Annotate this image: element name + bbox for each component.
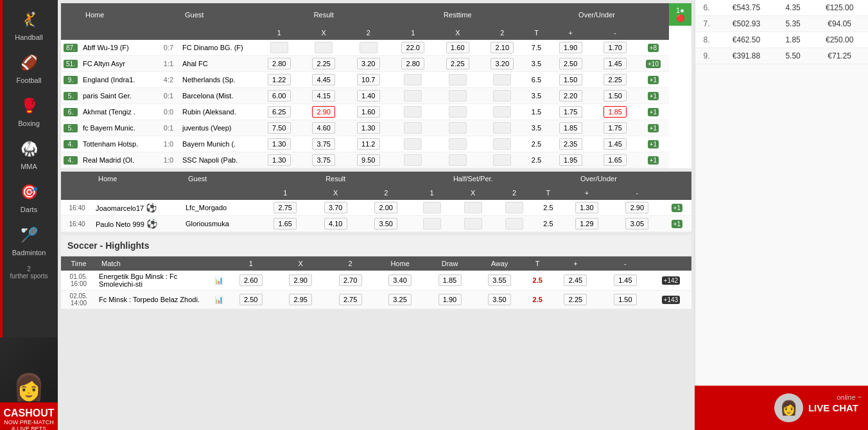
sidebar-item-mma[interactable]: 🥋 MMA: [0, 132, 58, 175]
hl-odds-1[interactable]: 2.60: [239, 274, 263, 286]
rt-1[interactable]: [391, 104, 436, 120]
odds-1[interactable]: 1.65: [273, 218, 297, 229]
over-plus[interactable]: 1.85: [548, 120, 593, 136]
hl-odds-x[interactable]: 2.95: [289, 294, 312, 305]
rt-1[interactable]: [391, 88, 436, 104]
odds-2[interactable]: [346, 40, 391, 56]
over-plus[interactable]: 2.35: [548, 136, 593, 152]
rt-x[interactable]: 2.25: [435, 56, 480, 72]
over-plus[interactable]: 2.20: [548, 88, 593, 104]
hl-away[interactable]: 3.55: [488, 274, 511, 286]
hl-plus[interactable]: 2.25: [564, 294, 587, 305]
more-bets-badge[interactable]: +8: [648, 44, 659, 52]
sidebar-item-football[interactable]: 🏈 Football: [0, 46, 58, 89]
more-bets-badge[interactable]: +10: [646, 60, 661, 68]
odds-2[interactable]: 1.60: [346, 104, 391, 120]
over-plus[interactable]: 1.90: [548, 40, 593, 56]
odds-2[interactable]: 3.20: [346, 56, 391, 72]
ht-1[interactable]: [423, 202, 441, 213]
rt-2[interactable]: [480, 104, 525, 120]
hl-minus[interactable]: 1.45: [614, 274, 637, 286]
over-plus[interactable]: 1.50: [548, 72, 593, 88]
over-plus[interactable]: 2.50: [548, 56, 593, 72]
sidebar-item-darts[interactable]: 🎯 Darts: [0, 175, 58, 219]
more-bets-badge[interactable]: +1: [648, 124, 659, 132]
rt-x[interactable]: 1.60: [435, 40, 480, 56]
odds-x[interactable]: 3.75: [302, 152, 347, 168]
odds-x[interactable]: 2.25: [302, 56, 347, 72]
hl-away[interactable]: 3.50: [488, 294, 511, 305]
over-plus[interactable]: 1.95: [548, 152, 593, 168]
rt-1[interactable]: [391, 152, 436, 168]
odds-1[interactable]: 6.25: [257, 104, 302, 120]
over-plus[interactable]: 1.75: [548, 104, 593, 120]
odds-2[interactable]: 1.40: [346, 88, 391, 104]
odds-x[interactable]: 2.90: [302, 104, 347, 120]
more-bets-badge[interactable]: +1: [648, 108, 659, 116]
odds-2[interactable]: 2.00: [374, 202, 397, 213]
over-minus[interactable]: 1.45: [593, 56, 638, 72]
rt-1[interactable]: 22.0: [391, 40, 436, 56]
more-bets-badge[interactable]: +1: [672, 220, 682, 228]
rt-x[interactable]: [435, 72, 480, 88]
rt-2[interactable]: [480, 136, 525, 152]
cashout-button[interactable]: CASHOUT NOW PRE-MATCH & LIVE BETS: [0, 402, 58, 430]
odds-1[interactable]: 2.75: [273, 202, 297, 213]
odds-2[interactable]: 10.7: [346, 72, 391, 88]
ht-2[interactable]: [505, 218, 523, 229]
live-chat-bar[interactable]: 👩 LIVE CHAT: [695, 386, 868, 430]
over-minus[interactable]: 1.75: [593, 120, 638, 136]
hl-draw[interactable]: 1.90: [438, 294, 462, 305]
over-minus[interactable]: 1.70: [593, 40, 638, 56]
hl-home[interactable]: 3.40: [388, 274, 412, 286]
ht-x[interactable]: [464, 218, 482, 229]
odds-x[interactable]: [302, 40, 347, 56]
rt-1[interactable]: [391, 72, 436, 88]
over-plus[interactable]: 1.30: [575, 202, 598, 213]
odds-2[interactable]: 1.30: [346, 120, 391, 136]
odds-x[interactable]: 4.15: [302, 88, 347, 104]
rt-x[interactable]: [435, 136, 480, 152]
odds-2[interactable]: 11.2: [346, 136, 391, 152]
more-bets-badge[interactable]: +1: [648, 156, 659, 165]
hl-odds-x[interactable]: 2.90: [289, 274, 312, 286]
rt-x[interactable]: [435, 88, 480, 104]
sidebar-item-badminton[interactable]: 🏸 Badminton: [0, 219, 58, 262]
rt-x[interactable]: [435, 104, 480, 120]
over-minus[interactable]: 2.90: [625, 202, 648, 213]
odds-x[interactable]: 4.60: [302, 120, 347, 136]
rt-2[interactable]: 2.10: [480, 40, 525, 56]
sidebar-item-boxing[interactable]: 🥊 Boxing: [0, 89, 58, 132]
odds-1[interactable]: 1.30: [257, 136, 302, 152]
hl-more-badge[interactable]: +143: [662, 296, 681, 304]
hl-odds-2[interactable]: 2.70: [339, 274, 362, 286]
rt-2[interactable]: [480, 120, 525, 136]
odds-1[interactable]: 1.22: [257, 72, 302, 88]
more-bets-badge[interactable]: +1: [648, 92, 659, 100]
odds-1[interactable]: 2.80: [257, 56, 302, 72]
rt-1[interactable]: 2.80: [391, 56, 436, 72]
rt-2[interactable]: [480, 72, 525, 88]
hl-odds-2[interactable]: 2.75: [339, 294, 362, 305]
rt-1[interactable]: [391, 120, 436, 136]
odds-x[interactable]: 4.45: [302, 72, 347, 88]
odds-2[interactable]: 9.50: [346, 152, 391, 168]
odds-x[interactable]: 4.10: [324, 218, 347, 229]
more-bets-badge[interactable]: +1: [648, 140, 659, 148]
odds-x[interactable]: 3.75: [302, 136, 347, 152]
hl-plus[interactable]: 2.45: [564, 274, 587, 286]
more-bets-badge[interactable]: +1: [672, 204, 682, 212]
rt-x[interactable]: [435, 152, 480, 168]
hl-minus[interactable]: 1.50: [614, 294, 637, 305]
rt-2[interactable]: [480, 152, 525, 168]
odds-2[interactable]: 3.50: [374, 218, 397, 229]
rt-1[interactable]: [391, 136, 436, 152]
hl-more-badge[interactable]: +142: [662, 276, 681, 285]
odds-1[interactable]: 7.50: [257, 120, 302, 136]
odds-1[interactable]: [257, 40, 302, 56]
sidebar-item-handball[interactable]: 🤾 Handball: [0, 3, 58, 46]
over-minus[interactable]: 1.85: [593, 104, 638, 120]
odds-x[interactable]: 3.70: [324, 202, 347, 213]
odds-1[interactable]: 6.00: [257, 88, 302, 104]
over-minus[interactable]: 1.65: [593, 152, 638, 168]
